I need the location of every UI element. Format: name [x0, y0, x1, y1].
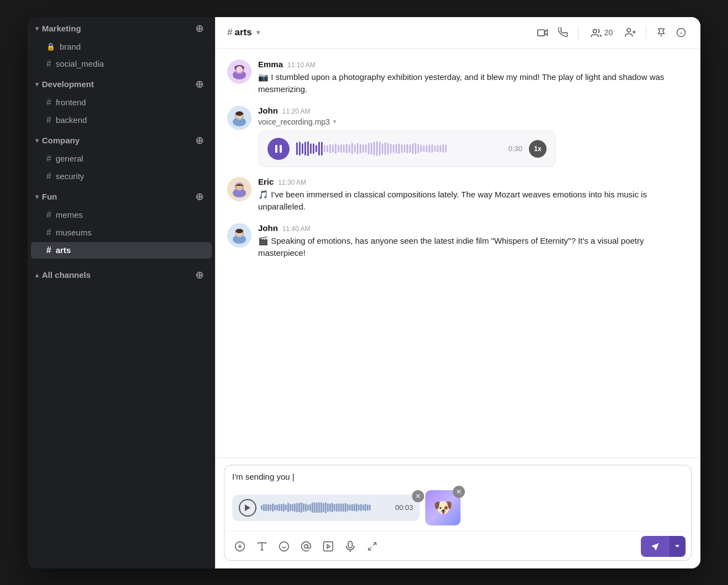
- audio-play-pause-button[interactable]: [267, 138, 290, 160]
- expand-button[interactable]: [362, 536, 382, 556]
- sidebar-group-all-channels[interactable]: ▴ All channels ⊕: [28, 264, 215, 285]
- text-format-button[interactable]: [252, 536, 272, 556]
- add-company-icon[interactable]: ⊕: [193, 135, 205, 147]
- hash-frontend-icon: #: [46, 98, 51, 108]
- svg-rect-18: [275, 145, 277, 153]
- input-area: 00:03 ✕ 🐶 ✕: [215, 458, 700, 568]
- sidebar-channel-memes-label: memes: [56, 210, 83, 219]
- attachment-duration: 00:03: [395, 503, 413, 512]
- sidebar-group-marketing[interactable]: ▾ Marketing ⊕: [28, 17, 215, 38]
- mic-button[interactable]: [340, 536, 360, 556]
- audio-player: 0:30 1x: [258, 131, 556, 167]
- svg-point-1: [593, 29, 597, 33]
- info-button[interactable]: [674, 25, 688, 40]
- message-content-john-audio: John 11:20 AM voice_recording.mp3 ▾: [258, 106, 688, 167]
- chevron-marketing-icon: ▾: [35, 25, 39, 33]
- audio-dropdown-icon[interactable]: ▾: [333, 118, 336, 125]
- sender-emma: Emma: [258, 60, 283, 69]
- sidebar-channel-security-label: security: [56, 171, 84, 181]
- svg-point-28: [235, 229, 243, 233]
- sidebar-item-memes[interactable]: # memes: [31, 207, 212, 223]
- header-actions: 20: [535, 25, 688, 40]
- pin-button[interactable]: [654, 25, 668, 40]
- send-button[interactable]: [641, 536, 668, 557]
- sidebar-channel-arts-label: arts: [56, 245, 71, 255]
- chevron-fun-icon: ▾: [35, 193, 39, 201]
- sidebar-item-social-media[interactable]: # social_media: [31, 56, 212, 72]
- channel-name: arts: [234, 27, 251, 38]
- sidebar-item-arts[interactable]: # arts: [31, 242, 212, 259]
- sidebar-channel-brand-label: brand: [60, 42, 81, 51]
- add-development-icon[interactable]: ⊕: [193, 78, 205, 90]
- chevron-development-icon: ▾: [35, 80, 39, 88]
- svg-point-17: [235, 111, 243, 116]
- message-content-eric: Eric 11:30 AM 🎵 I've been immersed in cl…: [258, 177, 688, 213]
- emoji-button[interactable]: [274, 536, 294, 556]
- avatar-eric: [227, 177, 251, 201]
- video-call-button[interactable]: [535, 26, 550, 39]
- hash-general-icon: #: [46, 154, 51, 164]
- audio-speed-button[interactable]: 1x: [529, 140, 547, 158]
- message-header-emma: Emma 11:10 AM: [258, 60, 688, 69]
- message-input[interactable]: [232, 472, 683, 481]
- mention-button[interactable]: [296, 536, 316, 556]
- avatar-john: [227, 106, 251, 130]
- time-john: 11:20 AM: [282, 108, 311, 115]
- send-dropdown-button[interactable]: [668, 536, 686, 557]
- members-count: 20: [604, 28, 613, 37]
- add-fun-icon[interactable]: ⊕: [193, 191, 205, 203]
- sidebar-item-general[interactable]: # general: [31, 151, 212, 167]
- sidebar-item-museums[interactable]: # museums: [31, 224, 212, 241]
- add-member-button[interactable]: [623, 25, 638, 40]
- sidebar-channel-general-label: general: [56, 154, 83, 163]
- time-john-2: 11:40 AM: [282, 225, 311, 233]
- sidebar: ▾ Marketing ⊕ 🔒 brand # social_media ▾ D…: [28, 17, 215, 568]
- add-marketing-icon[interactable]: ⊕: [193, 23, 205, 35]
- sidebar-group-development-label: Development: [42, 79, 94, 89]
- messages-area: Emma 11:10 AM 📷 I stumbled upon a photog…: [215, 49, 700, 458]
- message-emma: Emma 11:10 AM 📷 I stumbled upon a photog…: [227, 60, 688, 96]
- audio-duration: 0:30: [508, 144, 522, 153]
- chevron-all-channels-icon: ▴: [35, 271, 39, 279]
- sidebar-group-company[interactable]: ▾ Company ⊕: [28, 129, 215, 150]
- message-eric: Eric 11:30 AM 🎵 I've been immersed in cl…: [227, 177, 688, 213]
- hash-security-icon: #: [46, 171, 51, 181]
- add-attachment-button[interactable]: [230, 536, 250, 556]
- header-divider: [578, 26, 579, 39]
- svg-point-2: [627, 28, 631, 32]
- sidebar-item-security[interactable]: # security: [31, 168, 212, 185]
- sidebar-item-backend[interactable]: # backend: [31, 112, 212, 128]
- sidebar-group-all-channels-label: All channels: [42, 270, 90, 280]
- sidebar-item-brand[interactable]: 🔒 brand: [31, 39, 212, 55]
- audio-waveform: [296, 139, 502, 159]
- svg-point-32: [280, 541, 289, 551]
- channel-hash: #: [227, 27, 232, 38]
- toolbar-row: [224, 531, 691, 560]
- gif-button[interactable]: [318, 536, 338, 556]
- phone-call-button[interactable]: [556, 25, 570, 40]
- close-audio-attachment-button[interactable]: ✕: [412, 490, 424, 502]
- sender-john-2: John: [258, 223, 278, 233]
- sidebar-channel-museums-label: museums: [56, 228, 92, 237]
- message-john-text: John 11:40 AM 🎬 Speaking of emotions, ha…: [227, 223, 688, 260]
- svg-rect-38: [348, 541, 352, 548]
- voice-file-name[interactable]: voice_recording.mp3 ▾: [258, 117, 688, 126]
- send-area: [641, 536, 686, 557]
- message-header-john-2: John 11:40 AM: [258, 223, 688, 233]
- attachment-play-button[interactable]: [239, 499, 256, 517]
- svg-rect-19: [280, 145, 282, 153]
- hash-backend-icon: #: [46, 115, 51, 125]
- audio-attachment: 00:03 ✕: [232, 495, 420, 521]
- avatar-john-2: [227, 223, 251, 248]
- svg-point-12: [236, 66, 243, 73]
- sidebar-channel-frontend-label: frontend: [56, 98, 86, 107]
- channel-dropdown-icon[interactable]: ▾: [256, 29, 260, 36]
- members-button[interactable]: 20: [586, 26, 617, 39]
- close-image-attachment-button[interactable]: ✕: [453, 486, 465, 498]
- sidebar-group-development[interactable]: ▾ Development ⊕: [28, 73, 215, 94]
- add-all-channels-icon[interactable]: ⊕: [193, 269, 205, 281]
- sidebar-group-fun[interactable]: ▾ Fun ⊕: [28, 185, 215, 206]
- message-john-audio: John 11:20 AM voice_recording.mp3 ▾: [227, 106, 688, 167]
- sidebar-item-frontend[interactable]: # frontend: [31, 94, 212, 111]
- message-content-emma: Emma 11:10 AM 📷 I stumbled upon a photog…: [258, 60, 688, 96]
